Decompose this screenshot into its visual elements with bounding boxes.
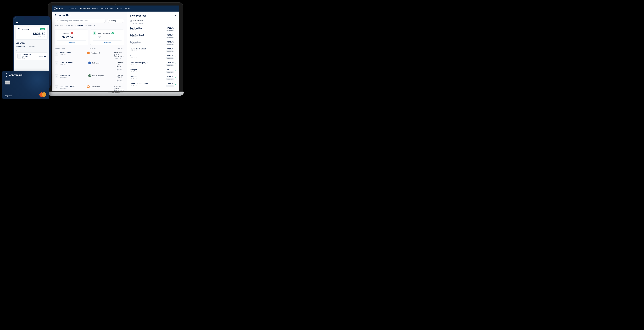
chevron-down-icon: ▾	[130, 8, 130, 9]
sync-merchant: Dollar Car Rental	[130, 34, 166, 36]
status-badge: REVIEWED	[166, 85, 174, 87]
sync-amount: $256.27	[166, 76, 174, 78]
sync-merchant: Hubspot	[130, 69, 166, 71]
card-footer: corporate	[5, 92, 46, 97]
flags-dropdown[interactable]: All flags ▾	[107, 19, 124, 23]
status-badge: Active	[40, 28, 45, 31]
check-icon: ✓	[174, 41, 176, 44]
avatar: TB	[87, 85, 90, 88]
brand-logo[interactable]: center	[54, 7, 64, 10]
table-row[interactable]: ▤How to Cook a WolfOct 22, 2019TBTom Bot…	[54, 84, 124, 91]
status-badge: REVIEWED	[166, 37, 174, 38]
receipt-thumb-icon: ▤	[55, 52, 58, 56]
sync-amount: $36.09	[166, 62, 174, 64]
sync-amount: $201.92	[166, 41, 174, 43]
phone-tab-submitted[interactable]: Submitted	[28, 46, 34, 48]
table-row[interactable]: ▤Dollar Car RentalOct 22, 2019PSPatti Sm…	[54, 60, 124, 73]
sync-item[interactable]: Adobe Creative CloudOct 22, 2019$59.95RE…	[130, 81, 176, 88]
nav-insights[interactable]: Insights	[92, 6, 98, 11]
table-row[interactable]: ▤Sushi KashibaOct 22, 2019TBTom Bothwell…	[54, 50, 124, 60]
nav-expense-hub[interactable]: Expense Hub	[80, 6, 90, 11]
transaction-date: Oct 22, 2019	[60, 88, 74, 89]
check-icon: ✓	[174, 48, 176, 51]
sync-item[interactable]: AmazonOct 22, 2019$256.27REVIEWED✓	[130, 74, 176, 81]
menu-icon[interactable]	[16, 22, 18, 23]
stat-value: $0	[98, 36, 122, 39]
expense-category: Marketing • Car Rental	[116, 62, 124, 67]
search-input[interactable]: Filter by employee, merchant, cost cente…	[54, 19, 106, 23]
table-header: TRANSACTION EMPLOYEE EXPENSE	[54, 47, 124, 50]
tab-reviewed[interactable]: Reviewed	[76, 25, 83, 28]
sync-item-list: Sushi KashibaOct 22, 2019$722.52REVIEWED…	[130, 26, 176, 88]
brand-icon	[54, 7, 57, 10]
card-brand-icon	[18, 28, 20, 31]
tab-all[interactable]: All	[94, 25, 96, 28]
sync-header: Sync Progress ✕	[130, 14, 176, 17]
sync-amount: $577.66	[166, 69, 174, 71]
header-transaction: TRANSACTION	[55, 48, 89, 49]
tab-unsubmitted[interactable]: Unsubmitted	[54, 25, 63, 28]
sync-amount: $194.81	[166, 55, 174, 57]
page-title: Expense Hub	[54, 14, 124, 17]
nav-my-approvals[interactable]: My Approvals	[68, 6, 78, 11]
tab-archived[interactable]: Archived	[85, 25, 92, 28]
count-badge: 8	[71, 32, 73, 34]
sync-item[interactable]: How to Cook a WolfOct 22, 2019$528.74REV…	[130, 47, 176, 54]
card-name: CenterCard	[21, 29, 30, 31]
check-icon: ✓	[174, 69, 176, 72]
balance-card[interactable]: CenterCard Active $826.64 AVAILABLE	[16, 27, 48, 39]
avatar: TB	[87, 52, 90, 55]
review-all-link[interactable]: Review all	[93, 40, 122, 44]
sync-item[interactable]: Delta AirlinesOct 22, 2019$201.92REVIEWE…	[130, 40, 176, 47]
flag-icon	[57, 32, 60, 35]
sync-item[interactable]: Uber Technologies, Inc.Oct 22, 2019$36.0…	[130, 61, 176, 67]
sync-amount: $722.52	[166, 27, 174, 29]
review-all-link[interactable]: Review all	[57, 40, 86, 44]
status-tabs: UnsubmittedIn ReviewReviewedArchivedAll	[54, 25, 124, 28]
phone-tab-unsubmitted[interactable]: Unsubmitted	[16, 46, 25, 48]
balance-card-header: CenterCard Active	[18, 28, 45, 31]
sync-merchant: How to Cook a Wolf	[130, 48, 166, 50]
expense-merchant: DOLLAR CAR RENTAL	[22, 54, 38, 57]
nav-admin[interactable]: Admin▾	[125, 6, 130, 11]
sync-date: Oct 22, 2019	[130, 50, 166, 52]
sync-item[interactable]: Dollar Car RentalOct 22, 2019$173.36REVI…	[130, 33, 176, 40]
nav-account[interactable]: Account▾	[116, 6, 122, 11]
sync-date: Oct 22, 2019	[130, 36, 166, 38]
expense-row[interactable]: DOLLAR CAR RENTAL Today $173.36	[16, 53, 48, 60]
check-icon: ✓	[174, 76, 176, 79]
laptop-mockup: center My ApprovalsExpense HubInsightsSp…	[47, 2, 184, 97]
filter-row: Filter by employee, merchant, cost cente…	[54, 19, 124, 23]
expense-category: Marketing • Travel	[116, 74, 124, 78]
nav-spend-expense[interactable]: Spend & Expense	[100, 6, 113, 11]
header-employee: EMPLOYEE	[89, 48, 117, 49]
sync-item[interactable]: AvisOct 22, 2019$194.81REVIEWED✓	[130, 54, 176, 61]
expense-category: Marketing • Meals & Entertainment	[114, 52, 124, 57]
sync-item[interactable]: Sushi KashibaOct 22, 2019$722.52REVIEWED…	[130, 26, 176, 33]
status-badge: REVIEWED	[166, 30, 174, 31]
table-row[interactable]: ▤Delta AirlinesOct 22, 2019MVMax Verstap…	[54, 73, 124, 84]
employee-name: Max Verstappen	[92, 75, 104, 77]
flags-label: All flags	[111, 20, 116, 22]
receipt-thumb-icon: ▤	[55, 74, 58, 78]
expense-note: San Francisco Conference	[116, 78, 124, 83]
tab-in-review[interactable]: In Review	[66, 25, 73, 28]
close-icon[interactable]: ✕	[174, 14, 176, 17]
sync-progress-bar	[133, 22, 176, 22]
available-label: AVAILABLE	[18, 36, 45, 37]
phone-header	[14, 17, 49, 25]
card-logo-icon	[5, 74, 8, 77]
sync-count: 72 of 72 expenses	[133, 23, 176, 24]
stat-label: FLAGGED	[62, 33, 69, 34]
mastercard-icon	[39, 92, 46, 97]
stat-card-flag: FLAGGED8$722.52Review all	[54, 30, 88, 45]
chevron-down-icon: ▾	[122, 8, 122, 9]
transaction-date: Oct 22, 2019	[60, 54, 71, 55]
transaction-date: Oct 22, 2019	[60, 64, 72, 65]
top-nav: My ApprovalsExpense HubInsightsSpend & E…	[68, 6, 130, 11]
check-icon: ✓	[174, 62, 176, 65]
status-badge: REVIEWED	[166, 78, 174, 80]
sync-item[interactable]: HubspotOct 22, 2019$577.66REVIEWED✓	[130, 67, 176, 74]
main-panel: Expense Hub Filter by employee, merchant…	[52, 12, 127, 91]
laptop-model-label: MacBook Air	[111, 92, 120, 94]
